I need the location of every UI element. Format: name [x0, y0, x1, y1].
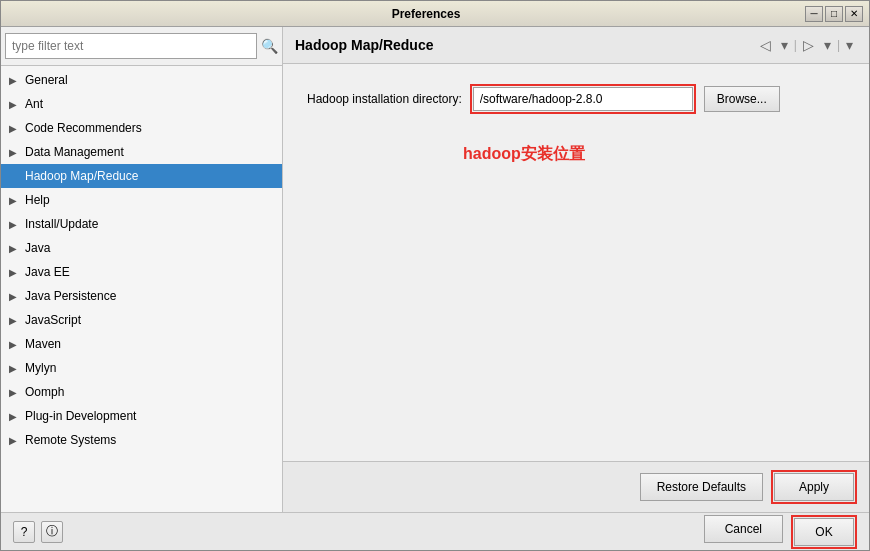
sidebar-item-code-recommenders[interactable]: ▶Code Recommenders — [1, 116, 282, 140]
sidebar-item-mylyn[interactable]: ▶Mylyn — [1, 356, 282, 380]
sidebar-item-install-update[interactable]: ▶Install/Update — [1, 212, 282, 236]
content-area: 🔍 ▶General▶Ant▶Code Recommenders▶Data Ma… — [1, 27, 869, 512]
sidebar-item-label: Plug-in Development — [25, 409, 136, 423]
sidebar-item-label: JavaScript — [25, 313, 81, 327]
arrow-icon: ▶ — [9, 411, 23, 422]
arrow-icon: ▶ — [9, 99, 23, 110]
sidebar-item-label: Mylyn — [25, 361, 56, 375]
sidebar-item-plug-in-development[interactable]: ▶Plug-in Development — [1, 404, 282, 428]
nav-separator-2: | — [837, 38, 840, 52]
ok-button[interactable]: OK — [794, 518, 854, 546]
arrow-icon: ▶ — [9, 435, 23, 446]
panel-footer: Restore Defaults Apply — [283, 461, 869, 512]
sidebar-item-data-management[interactable]: ▶Data Management — [1, 140, 282, 164]
sidebar-item-label: Oomph — [25, 385, 64, 399]
sidebar-item-label: Data Management — [25, 145, 124, 159]
sidebar-item-hadoop-map-reduce[interactable]: Hadoop Map/Reduce — [1, 164, 282, 188]
tree-list: ▶General▶Ant▶Code Recommenders▶Data Mana… — [1, 66, 282, 512]
hadoop-dir-input[interactable] — [473, 87, 693, 111]
back-nav-icon[interactable]: ◁ — [756, 35, 775, 55]
arrow-icon: ▶ — [9, 315, 23, 326]
filter-clear-icon[interactable]: 🔍 — [261, 38, 278, 54]
arrow-icon: ▶ — [9, 267, 23, 278]
arrow-icon: ▶ — [9, 219, 23, 230]
sidebar-item-general[interactable]: ▶General — [1, 68, 282, 92]
sidebar-item-ant[interactable]: ▶Ant — [1, 92, 282, 116]
sidebar-item-label: General — [25, 73, 68, 87]
sidebar-item-label: Java Persistence — [25, 289, 116, 303]
hadoop-dir-row: Hadoop installation directory: Browse... — [307, 84, 845, 114]
minimize-button[interactable]: ─ — [805, 6, 823, 22]
filter-area: 🔍 — [1, 27, 282, 66]
title-bar: Preferences ─ □ ✕ — [1, 1, 869, 27]
hadoop-dir-input-wrapper — [470, 84, 696, 114]
arrow-icon: ▶ — [9, 243, 23, 254]
sidebar-item-help[interactable]: ▶Help — [1, 188, 282, 212]
sidebar-item-label: Code Recommenders — [25, 121, 142, 135]
annotation-text: hadoop安装位置 — [463, 144, 585, 165]
panel-body: Hadoop installation directory: Browse...… — [283, 64, 869, 461]
bottom-bar: ? ⓘ Cancel OK — [1, 512, 869, 550]
sidebar-item-javascript[interactable]: ▶JavaScript — [1, 308, 282, 332]
filter-input[interactable] — [5, 33, 257, 59]
sidebar-item-java-ee[interactable]: ▶Java EE — [1, 260, 282, 284]
sidebar-item-label: Help — [25, 193, 50, 207]
forward-dropdown-icon[interactable]: ▾ — [820, 35, 835, 55]
arrow-icon: ▶ — [9, 123, 23, 134]
restore-defaults-button[interactable]: Restore Defaults — [640, 473, 763, 501]
sidebar-item-label: Java — [25, 241, 50, 255]
hadoop-dir-label: Hadoop installation directory: — [307, 92, 462, 106]
back-dropdown-icon[interactable]: ▾ — [777, 35, 792, 55]
apply-button[interactable]: Apply — [774, 473, 854, 501]
sidebar-item-label: Java EE — [25, 265, 70, 279]
window-title: Preferences — [47, 7, 805, 21]
sidebar-item-maven[interactable]: ▶Maven — [1, 332, 282, 356]
preferences-window: Preferences ─ □ ✕ 🔍 ▶General▶Ant▶Code Re… — [0, 0, 870, 551]
help-icon[interactable]: ? — [13, 521, 35, 543]
sidebar-item-java-persistence[interactable]: ▶Java Persistence — [1, 284, 282, 308]
arrow-icon: ▶ — [9, 195, 23, 206]
main-panel: Hadoop Map/Reduce ◁ ▾ | ▷ ▾ | ▾ Hadoop i… — [283, 27, 869, 512]
sidebar-item-label: Install/Update — [25, 217, 98, 231]
arrow-icon: ▶ — [9, 147, 23, 158]
nav-separator: | — [794, 38, 797, 52]
arrow-icon: ▶ — [9, 387, 23, 398]
apply-button-wrapper: Apply — [771, 470, 857, 504]
close-button[interactable]: ✕ — [845, 6, 863, 22]
nav-icons: ◁ ▾ | ▷ ▾ | ▾ — [756, 35, 857, 55]
menu-dropdown-icon[interactable]: ▾ — [842, 35, 857, 55]
sidebar-item-label: Remote Systems — [25, 433, 116, 447]
sidebar-item-label: Hadoop Map/Reduce — [25, 169, 138, 183]
sidebar-item-java[interactable]: ▶Java — [1, 236, 282, 260]
arrow-icon: ▶ — [9, 291, 23, 302]
restore-button[interactable]: □ — [825, 6, 843, 22]
panel-title: Hadoop Map/Reduce — [295, 37, 433, 53]
forward-nav-icon[interactable]: ▷ — [799, 35, 818, 55]
arrow-icon: ▶ — [9, 363, 23, 374]
bottom-buttons: Cancel OK — [704, 515, 857, 549]
cancel-button[interactable]: Cancel — [704, 515, 783, 543]
arrow-icon: ▶ — [9, 75, 23, 86]
sidebar-item-label: Ant — [25, 97, 43, 111]
sidebar-item-remote-systems[interactable]: ▶Remote Systems — [1, 428, 282, 452]
ok-button-wrapper: OK — [791, 515, 857, 549]
title-bar-buttons: ─ □ ✕ — [805, 6, 863, 22]
panel-header: Hadoop Map/Reduce ◁ ▾ | ▷ ▾ | ▾ — [283, 27, 869, 64]
info-icon[interactable]: ⓘ — [41, 521, 63, 543]
sidebar-item-label: Maven — [25, 337, 61, 351]
browse-button[interactable]: Browse... — [704, 86, 780, 112]
bottom-icons: ? ⓘ — [13, 521, 63, 543]
arrow-icon: ▶ — [9, 339, 23, 350]
sidebar-item-oomph[interactable]: ▶Oomph — [1, 380, 282, 404]
sidebar: 🔍 ▶General▶Ant▶Code Recommenders▶Data Ma… — [1, 27, 283, 512]
